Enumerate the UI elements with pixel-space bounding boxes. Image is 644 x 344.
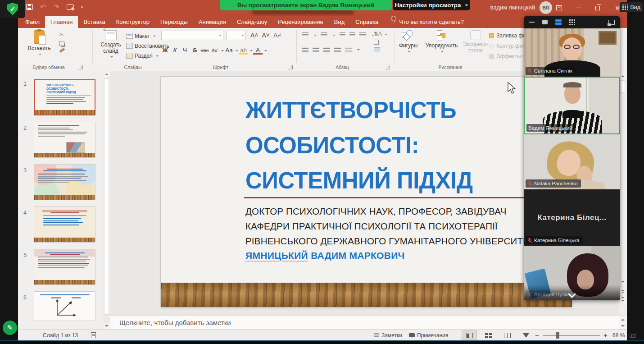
slide-thumbnail-3[interactable]: [34, 164, 95, 200]
video-tile-arkadii[interactable]: Аркадий Чулков: [524, 246, 620, 300]
fit-to-window-button[interactable]: [630, 330, 635, 341]
ribbon-display-options-button[interactable]: [549, 0, 569, 16]
align-right-icon[interactable]: [323, 47, 330, 52]
thumbnail-scrollbar-thumb[interactable]: [104, 78, 109, 315]
notes-scroll-down-button[interactable]: [619, 323, 626, 329]
thumbnail-scroll-down-button[interactable]: [103, 323, 110, 329]
font-color-button[interactable]: A: [253, 47, 263, 55]
start-slideshow-icon[interactable]: [67, 5, 74, 10]
decrease-font-icon[interactable]: A˅: [262, 32, 270, 39]
thumbnail-scroll-up-button[interactable]: [103, 71, 110, 78]
tab-view[interactable]: Вид: [329, 16, 350, 28]
notes-scrollbar[interactable]: [619, 316, 626, 329]
slide-thumbnail-2[interactable]: [34, 122, 95, 158]
video-tile-svitlana[interactable]: Світлана Ситнік: [524, 28, 620, 77]
thumbnail-scrollbar[interactable]: [103, 71, 110, 329]
normal-view-button[interactable]: [462, 330, 477, 340]
slide-canvas[interactable]: ЖИТТЄТВОРЧІСТЬ ОСОБИСТОСТІ: СИСТЕМНИЙ ПІ…: [161, 77, 572, 307]
tab-slideshow[interactable]: Слайд-шоу: [231, 16, 272, 28]
zoom-percentage[interactable]: 68 %: [612, 330, 625, 341]
small-strike-button[interactable]: abc: [200, 46, 209, 55]
arrange-button[interactable]: Упорядочить: [426, 30, 458, 53]
tab-home[interactable]: Главная: [45, 16, 78, 28]
slide-thumbnail-6[interactable]: [34, 291, 95, 321]
zoom-slider-thumb[interactable]: [556, 332, 559, 339]
bold-button[interactable]: Ж: [160, 46, 170, 55]
tab-design[interactable]: Конструктор: [111, 16, 155, 28]
tab-transitions[interactable]: Переходы: [155, 16, 193, 28]
columns-icon[interactable]: [345, 47, 352, 52]
font-name-combo[interactable]: [161, 31, 223, 40]
collapse-strip-button[interactable]: [566, 293, 578, 299]
decrease-indent-icon[interactable]: [340, 32, 345, 37]
minimize-videos-icon[interactable]: [529, 22, 535, 23]
popout-panel-icon[interactable]: [608, 20, 615, 25]
numbering-icon[interactable]: [321, 32, 327, 37]
notes-toggle[interactable]: Заметки: [374, 330, 402, 341]
tab-insert[interactable]: Вставка: [78, 16, 110, 28]
minimize-button[interactable]: [568, 0, 589, 16]
zoom-view-button[interactable]: Вид: [620, 2, 643, 12]
italic-button[interactable]: К: [170, 46, 180, 55]
bullets-icon[interactable]: [302, 32, 308, 37]
video-tile-natalia[interactable]: Natalia Panchenko: [524, 134, 620, 189]
slide-thumbnail-5[interactable]: [34, 249, 95, 285]
slide-author-textbox[interactable]: ЯМНИЦЬКИЙ ВАДИМ МАРКОВИЧ: [245, 250, 405, 261]
highlight-color-button[interactable]: ab: [239, 47, 248, 55]
video-tile-vadym[interactable]: Вадим Ямницький: [524, 77, 620, 134]
format-painter-icon[interactable]: [59, 48, 65, 53]
tell-me-box[interactable]: Что вы хотите сделать?: [399, 16, 469, 28]
align-center-icon[interactable]: [313, 47, 319, 52]
clear-formatting-icon[interactable]: A⌿: [273, 32, 281, 39]
video-tile-kateryna[interactable]: Катерина Білец... Катерина Білецька: [524, 189, 620, 246]
customize-qat-icon[interactable]: ▾: [81, 5, 83, 9]
shapes-button[interactable]: Фигуры: [399, 30, 417, 53]
character-spacing-button[interactable]: AV: [210, 46, 219, 55]
speaker-view-icon[interactable]: [542, 20, 548, 24]
next-slide-button[interactable]: [619, 297, 626, 303]
scroll-down-button[interactable]: [619, 279, 626, 285]
font-size-combo[interactable]: [226, 31, 246, 40]
slide-thumbnail-4[interactable]: [34, 206, 95, 243]
increase-font-icon[interactable]: A˄: [250, 32, 259, 39]
scrollbar-thumb[interactable]: [620, 80, 625, 93]
redo-icon[interactable]: ↷: [53, 3, 59, 11]
tab-review[interactable]: Рецензирование: [272, 16, 328, 28]
convert-smartart-icon[interactable]: [374, 47, 380, 51]
zoom-out-button[interactable]: −: [535, 330, 539, 341]
paste-button[interactable]: Вставить: [28, 30, 51, 55]
paragraph-dialog-launcher[interactable]: ↘: [385, 65, 390, 69]
gallery-strip-view-icon[interactable]: [555, 19, 562, 25]
clipboard-dialog-launcher[interactable]: ↘: [78, 65, 83, 69]
save-icon[interactable]: [26, 4, 33, 10]
slide-thumbnail-1[interactable]: ЖИТТЄТВОРЧІСТЬ ОСОБИСТОСТІ: СИСТЕМНИЙ ПІ…: [34, 79, 95, 115]
align-left-icon[interactable]: [302, 47, 308, 52]
font-dialog-launcher[interactable]: ↘: [288, 65, 293, 69]
slide-sorter-view-button[interactable]: [481, 330, 496, 340]
new-slide-button[interactable]: Создать слайд: [98, 30, 123, 58]
notes-scroll-up-button[interactable]: [619, 316, 626, 323]
text-direction-icon[interactable]: ⇅A: [374, 31, 387, 37]
underline-button[interactable]: Ч: [180, 46, 190, 55]
change-case-button[interactable]: Aa: [224, 46, 234, 55]
tab-help[interactable]: Справка: [350, 16, 384, 28]
strikethrough-button[interactable]: S: [190, 46, 200, 55]
slideshow-view-button[interactable]: [518, 330, 534, 340]
increase-indent-icon[interactable]: [349, 32, 355, 37]
restore-button[interactable]: [587, 0, 608, 16]
quick-styles-button[interactable]: Экспресс- стили: [463, 30, 488, 53]
slide-subtitle-textbox[interactable]: ДОКТОР ПСИХОЛОГІЧНИХ НАУК, ПРОФЕСОР, ЗАВ…: [245, 204, 541, 248]
grid-view-icon[interactable]: [569, 19, 575, 25]
zoom-in-button[interactable]: +: [603, 330, 608, 341]
align-text-icon[interactable]: [374, 40, 379, 45]
spell-check-icon[interactable]: [91, 330, 96, 341]
account-user-name[interactable]: вадим ямницкий: [490, 4, 535, 11]
view-settings-button[interactable]: Настройки просмотра: [393, 0, 470, 10]
tab-animations[interactable]: Анимация: [193, 16, 231, 28]
copy-icon[interactable]: [59, 41, 64, 46]
justify-icon[interactable]: [334, 47, 341, 52]
undo-icon[interactable]: ↶: [40, 3, 46, 11]
notes-pane[interactable]: Щелкните, чтобы добавить заметки: [110, 316, 627, 329]
slide-title-textbox[interactable]: ЖИТТЄТВОРЧІСТЬ ОСОБИСТОСТІ: СИСТЕМНИЙ ПІ…: [245, 93, 473, 198]
comments-toggle[interactable]: Примечания: [409, 330, 448, 341]
